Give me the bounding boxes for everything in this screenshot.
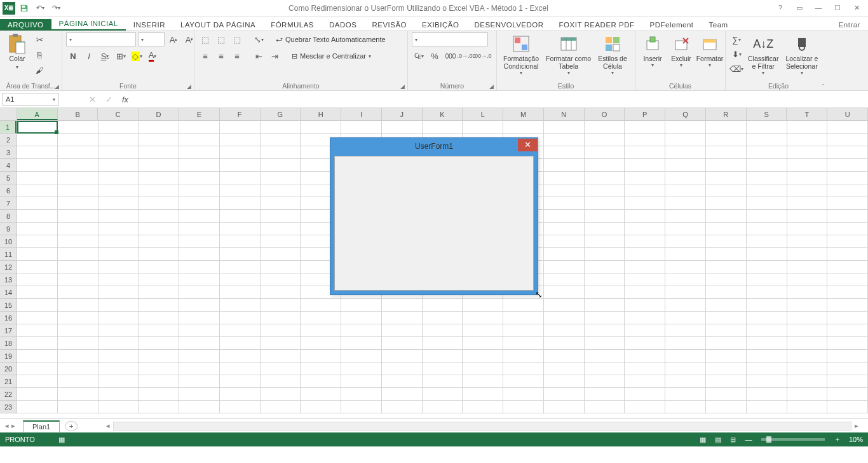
bold-button[interactable]: N — [66, 49, 80, 63]
cell[interactable] — [220, 261, 261, 273]
copy-icon[interactable]: ⎘ — [32, 48, 46, 62]
cell[interactable] — [787, 337, 828, 350]
cell[interactable] — [301, 363, 341, 375]
cell[interactable] — [98, 235, 139, 248]
format-cells-button[interactable]: Formatar▾ — [696, 32, 723, 69]
save-icon[interactable] — [17, 1, 31, 15]
cell[interactable] — [98, 261, 139, 273]
cell[interactable] — [17, 146, 58, 159]
cell[interactable] — [706, 312, 747, 324]
cell[interactable] — [585, 324, 625, 337]
cell[interactable] — [625, 286, 665, 299]
cell[interactable] — [423, 324, 463, 337]
fill-color-icon[interactable]: ◇▾ — [130, 49, 144, 63]
cell[interactable] — [58, 375, 98, 388]
cell[interactable] — [341, 337, 382, 350]
tab-view[interactable]: EXIBIÇÃO — [414, 19, 466, 31]
cell[interactable] — [585, 146, 625, 159]
cell[interactable] — [625, 312, 665, 324]
cell[interactable] — [261, 324, 301, 337]
cell[interactable] — [503, 363, 544, 375]
column-header[interactable]: U — [827, 108, 868, 120]
cell[interactable] — [139, 261, 179, 273]
cell[interactable] — [382, 388, 423, 401]
cell[interactable] — [544, 121, 585, 134]
cell[interactable] — [179, 299, 220, 312]
sheet-nav-last-icon[interactable]: ▸ — [11, 422, 15, 430]
cell[interactable] — [503, 324, 544, 337]
cell[interactable] — [58, 235, 98, 248]
cell[interactable] — [544, 210, 585, 223]
cell[interactable] — [261, 223, 301, 235]
cell[interactable] — [17, 197, 58, 210]
cell[interactable] — [544, 197, 585, 210]
cell[interactable] — [98, 146, 139, 159]
cell[interactable] — [706, 146, 747, 159]
cell[interactable] — [747, 184, 787, 197]
cell[interactable] — [463, 312, 503, 324]
cell[interactable] — [706, 159, 747, 172]
dialog-launcher-icon[interactable]: ◢ — [489, 83, 494, 90]
row-header[interactable]: 19 — [0, 350, 17, 363]
underline-button[interactable]: S▾ — [98, 49, 112, 63]
cell[interactable] — [17, 210, 58, 223]
row-header[interactable]: 21 — [0, 375, 17, 388]
cell[interactable] — [787, 223, 828, 235]
userform-titlebar[interactable]: UserForm1 ✕ — [330, 138, 538, 155]
cell[interactable] — [98, 184, 139, 197]
tab-foxit[interactable]: FOXIT READER PDF — [552, 19, 642, 31]
cell[interactable] — [139, 134, 179, 146]
cell[interactable] — [98, 324, 139, 337]
cell[interactable] — [503, 299, 544, 312]
macro-record-icon[interactable]: ▦ — [54, 436, 69, 444]
cell[interactable] — [544, 375, 585, 388]
cell[interactable] — [706, 248, 747, 261]
cell[interactable] — [665, 159, 706, 172]
column-header[interactable]: G — [261, 108, 301, 120]
cell[interactable] — [747, 337, 787, 350]
format-table-button[interactable]: Formatar como Tabela▾ — [543, 32, 593, 77]
cell[interactable] — [98, 312, 139, 324]
cell[interactable] — [827, 363, 868, 375]
column-header[interactable]: M — [503, 108, 544, 120]
cell[interactable] — [17, 350, 58, 363]
cell[interactable] — [665, 121, 706, 134]
cell[interactable] — [220, 273, 261, 286]
cell[interactable] — [463, 375, 503, 388]
sheet-nav-first-icon[interactable]: ◂ — [5, 422, 9, 430]
number-format-combo[interactable]: ▾ — [412, 32, 488, 46]
sort-filter-button[interactable]: A↓Z Classificar e Filtrar▾ — [745, 32, 781, 77]
cell[interactable] — [544, 273, 585, 286]
cell[interactable] — [706, 235, 747, 248]
cell[interactable] — [585, 223, 625, 235]
cell[interactable] — [179, 286, 220, 299]
cell[interactable] — [706, 388, 747, 401]
cell[interactable] — [827, 273, 868, 286]
cell[interactable] — [139, 375, 179, 388]
cell[interactable] — [179, 401, 220, 413]
cell[interactable] — [585, 184, 625, 197]
cell[interactable] — [139, 197, 179, 210]
row-header[interactable]: 23 — [0, 401, 17, 413]
cell[interactable] — [625, 184, 665, 197]
cell[interactable] — [544, 223, 585, 235]
cell[interactable] — [139, 172, 179, 184]
align-center-icon[interactable]: ≡ — [214, 49, 228, 63]
cell[interactable] — [665, 210, 706, 223]
cell[interactable] — [503, 388, 544, 401]
cell[interactable] — [665, 324, 706, 337]
cell[interactable] — [58, 172, 98, 184]
cell[interactable] — [179, 350, 220, 363]
cell[interactable] — [423, 401, 463, 413]
tab-pdfelement[interactable]: PDFelement — [642, 19, 702, 31]
cell[interactable] — [261, 197, 301, 210]
cell[interactable] — [625, 159, 665, 172]
cell[interactable] — [827, 299, 868, 312]
cell[interactable] — [139, 401, 179, 413]
cell[interactable] — [179, 273, 220, 286]
cell[interactable] — [585, 375, 625, 388]
cell[interactable] — [463, 401, 503, 413]
cell[interactable] — [787, 401, 828, 413]
cell[interactable] — [17, 223, 58, 235]
cell[interactable] — [58, 159, 98, 172]
